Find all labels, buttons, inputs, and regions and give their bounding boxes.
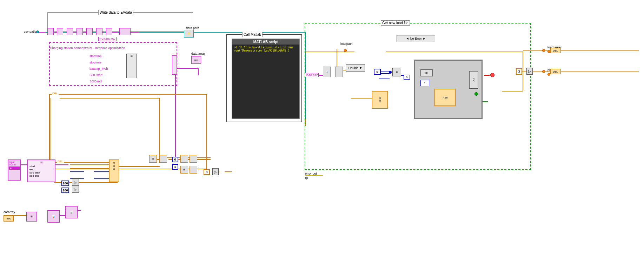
matlab-line1: cd 'D:\Dropbox\Charging station dem [234,46,298,49]
start-out: start [28,165,55,168]
equal-block[interactable]: = [392,68,401,76]
zero-block[interactable]: 0 [374,69,381,75]
matlab-box[interactable]: MATLAB script cd 'D:\Dropbox\Charging st… [232,39,300,119]
inner-led-green [474,92,478,96]
data-array-label: data array [191,52,206,55]
middle-block-1[interactable]: ⊞ [149,155,157,163]
load-array-terminal [547,50,550,53]
case-block-inner-4[interactable]: RS [469,71,478,89]
hundred-block-1[interactable]: 100 [61,181,69,186]
data-path-block[interactable]: 📁 [184,30,194,38]
compare-arrow-2[interactable]: ▷ [72,186,79,193]
csv-path-terminal [36,30,39,33]
right-phases-dot [542,70,545,73]
double-block[interactable]: Double ▼ [346,64,365,72]
input-cluster-block[interactable]: input cluster ⊕ [8,159,21,181]
lower-one-block[interactable]: 1 [172,164,178,170]
error-out-terminal [305,177,308,179]
right-block-1[interactable] [180,155,188,163]
no-error-block[interactable]: ◄ No Error ► [397,35,435,42]
file-block-8[interactable] [119,28,131,35]
no-error-label: ◄ No Error ► [406,37,426,40]
lower-block-1[interactable]: ⊞ [180,166,188,174]
write-block-1[interactable] [172,55,177,75]
case-block-inner-2[interactable]: 1 [420,80,429,86]
merge-block[interactable]: ⊞⊞ [372,91,388,109]
file-block-2[interactable] [57,28,63,35]
dbl-right-1: DBL [550,48,561,53]
right-load-array-dot [542,49,545,52]
phases-terminal [547,73,550,76]
bundle-block-1[interactable]: ⊞ [126,54,137,78]
dbl-outer-label: DBL [52,92,59,95]
compare-arrow-1[interactable]: ▷ [72,179,79,186]
bundle-icon: ⊞⊞⊞ [109,160,119,170]
end-out: end [28,168,55,171]
error-out-label: error out [305,172,317,175]
file-block-6[interactable] [96,28,102,35]
input-cluster-label: input cluster [9,161,20,166]
hundred-block-2[interactable]: 100 [61,188,69,193]
socend-label: SOCend [89,80,102,83]
lower-three-block[interactable]: 3 [204,169,210,175]
interface-opt-label: Charging station demonstrator - Interfac… [50,46,125,50]
cararray-terminal: abc [4,215,14,222]
lower-block-2[interactable] [190,166,197,174]
data-array-block[interactable]: abc [191,56,201,64]
stoptime-label: stoptime [89,61,101,64]
starttime-label: starttime [89,54,102,58]
case-block-inner-1[interactable]: ⊞ [420,69,433,76]
evdata-csv-label: EVdata.csv [98,37,117,41]
cararray-block-2[interactable]: 📊 [47,210,60,223]
matlab-content: cd 'D:\Dropbox\Charging station dem run(… [232,45,299,54]
cararray-label: cararray [4,210,15,214]
three-block[interactable]: 3 [516,68,522,75]
load-csv-label: load.csv [305,73,319,77]
case-structure[interactable]: ⊞ 1 7.36 RS [414,60,483,119]
file-block-1[interactable] [47,28,54,35]
get-new-load-label: Get new load file [381,20,410,26]
cararray-block-1[interactable]: ⊞ [26,212,37,222]
file-block-5[interactable] [86,28,93,35]
cararray-block-3[interactable]: 📊 [65,206,78,218]
soc-start-out: soc start [28,171,55,174]
file-block-7[interactable] [106,28,112,35]
battcap-label: battcap_kWh [89,67,108,70]
matlab-line2: run('Demonstrator_LabVIEWtoGAMS') [234,49,298,52]
matlab-title: MATLAB script [232,39,299,45]
csv-path-label: csv path [24,30,36,33]
case-block-inner-3[interactable]: 7.36 [434,89,456,106]
right-block-2[interactable] [190,155,197,163]
double-label: Double [348,66,359,70]
lower-arrow-3[interactable]: ▷ [212,168,219,175]
soc-end-out: soc end [28,174,55,177]
loadpath-terminal [344,49,347,52]
loadpath-label: loadpath [340,42,353,46]
input-cluster-badge: ⊕ [9,167,20,170]
dbl-inner-frame: DBL [54,162,118,183]
write-ev-data-label: Write data to EVdata [98,10,133,15]
spread-block-1[interactable]: 📊 [323,67,331,77]
file-block-4[interactable] [77,28,83,35]
bundle-block-2[interactable]: ⊞⊞⊞ [109,159,119,182]
dbl-right-2: DBL [550,69,561,74]
blue-dot [389,71,392,74]
data-path-label: data path [186,26,199,30]
file-block-3[interactable] [67,28,73,35]
spread-block-2[interactable] [335,67,343,77]
one-block[interactable]: 0 [404,75,410,80]
middle-block-2[interactable] [159,155,167,163]
lower-zero-block[interactable]: 0 [172,157,178,162]
socstart-label: SOCstart [89,73,102,77]
call-matlab-label: Call Matlab [242,32,263,37]
arrow-block-3[interactable]: ▷ [526,68,533,75]
unbundle-label: ⊟ [28,160,55,165]
unbundle-block[interactable]: ⊟ start end soc start soc end [27,159,55,182]
dbl-inner-label: DBL [57,160,64,163]
led-red [490,73,494,77]
